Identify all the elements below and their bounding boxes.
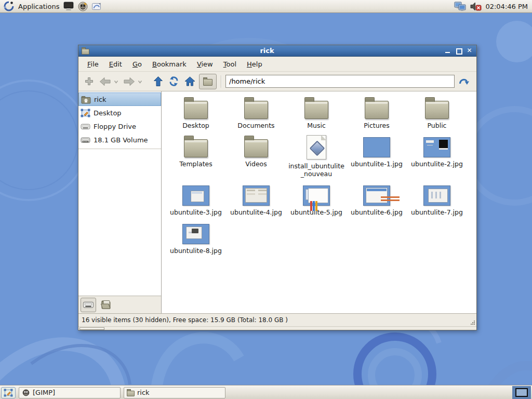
titlebar[interactable]: rick ✕ [78, 45, 476, 57]
file-item-ubuntulite-4[interactable]: ubuntulite-4.jpg [227, 182, 285, 217]
folder-icon [127, 391, 135, 396]
menu-file-rest: ile [91, 60, 99, 68]
menu-view-mnemonic: V [197, 60, 202, 68]
file-item-ubuntulite-5[interactable]: ubuntulite-5.jpg [287, 182, 345, 217]
maximize-button[interactable] [456, 48, 461, 54]
home-folder-icon [81, 95, 91, 104]
file-item-videos[interactable]: Videos [227, 134, 285, 168]
show-desktop-button[interactable] [1, 387, 16, 398]
forward-history-chevron-icon[interactable] [138, 77, 142, 85]
network-tray-icon[interactable] [454, 2, 467, 11]
address-bar-input[interactable] [225, 75, 455, 88]
image-thumbnail-icon [243, 185, 270, 206]
file-item-ubuntulite-2[interactable]: ubuntulite-2.jpg [408, 134, 466, 168]
forward-button[interactable] [122, 74, 137, 89]
folder-icon [203, 79, 212, 86]
task-button-gimp[interactable]: [GIMP] [19, 387, 121, 398]
file-label: ubuntulite-3.jpg [170, 208, 222, 217]
desktop-entry-icon [307, 135, 326, 159]
new-tab-button[interactable] [83, 74, 96, 89]
desktop-icon [4, 389, 13, 397]
file-item-desktop[interactable]: Desktop [167, 96, 225, 130]
top-panel: Applications [0, 0, 532, 13]
file-label: ubuntulite-5.jpg [290, 208, 342, 217]
file-item-ubuntulite-3[interactable]: ubuntulite-3.jpg [167, 182, 225, 217]
workspace-cell[interactable] [515, 388, 528, 397]
menu-bookmark[interactable]: Bookmark [148, 58, 191, 70]
sidebar-item-volume[interactable]: 18.1 GB Volume [78, 133, 161, 147]
sidebar-separator [78, 149, 161, 149]
folder-icon [184, 139, 208, 157]
up-button[interactable] [152, 74, 165, 89]
resize-grip[interactable] [470, 320, 475, 325]
display-launcher-icon[interactable] [63, 1, 74, 12]
menu-edit[interactable]: Edit [104, 58, 127, 70]
applications-menu[interactable]: Applications [17, 3, 60, 10]
file-item-music[interactable]: Music [287, 96, 345, 130]
image-thumbnail-icon [363, 137, 390, 157]
file-manager-window: rick ✕ File Edit Go Bookmark View Tool H… [78, 45, 477, 330]
image-thumbnail-icon [303, 185, 330, 206]
directory-tree-pane-button[interactable] [98, 298, 114, 312]
image-thumbnail-icon [182, 185, 209, 206]
image-thumbnail-icon [182, 224, 209, 244]
volume-muted-icon[interactable] [470, 2, 482, 11]
side-pane-toggle-button[interactable] [199, 74, 217, 89]
folder-icon [244, 101, 268, 119]
back-button[interactable] [98, 74, 113, 89]
menu-edit-rest: dit [113, 60, 122, 68]
minimize-button[interactable] [445, 48, 450, 54]
sidebar-item-floppy[interactable]: Floppy Drive [78, 119, 161, 133]
menubar: File Edit Go Bookmark View Tool Help [78, 57, 476, 72]
file-label: Public [428, 122, 447, 130]
menu-tool-rest: ool [226, 60, 236, 68]
file-item-ubuntulite-7[interactable]: ubuntulite-7.jpg [408, 182, 466, 217]
file-label: Desktop [182, 122, 209, 130]
image-editor-launcher-icon[interactable] [91, 1, 102, 12]
file-label: ubuntulite-8.jpg [170, 247, 222, 255]
status-text: 16 visible items (30 hidden), Free space… [82, 316, 288, 324]
distro-logo-icon[interactable] [3, 1, 15, 12]
menu-tool[interactable]: Tool [219, 58, 241, 70]
menu-go[interactable]: Go [128, 58, 147, 70]
menu-view[interactable]: View [192, 58, 218, 70]
back-history-chevron-icon[interactable] [114, 77, 118, 85]
horizontal-scrollbar[interactable] [78, 326, 476, 330]
file-item-templates[interactable]: Templates [167, 134, 225, 168]
scrollbar-thumb[interactable] [79, 327, 104, 330]
side-pane: rick Desktop [78, 91, 162, 313]
refresh-button[interactable] [167, 74, 181, 89]
sidebar-item-desktop[interactable]: Desktop [78, 106, 161, 119]
file-item-install-ubuntulite[interactable]: install_ubuntulite_nouveau [287, 134, 345, 178]
clock[interactable]: 02:04:46 PM [485, 3, 529, 10]
sidebar-item-label: Floppy Drive [94, 123, 136, 130]
file-item-ubuntulite-1[interactable]: ubuntulite-1.jpg [348, 134, 406, 168]
close-button[interactable]: ✕ [467, 48, 472, 54]
folder-icon [425, 101, 449, 119]
floppy-drive-icon [81, 123, 90, 130]
file-view[interactable]: Desktop Documents Music Pictures Public [162, 91, 476, 313]
file-item-public[interactable]: Public [408, 96, 466, 130]
gimp-icon [22, 389, 30, 396]
menu-file[interactable]: File [83, 58, 103, 70]
workspace-pager[interactable] [512, 386, 531, 399]
toolbar [78, 72, 476, 91]
gimp-launcher-icon[interactable] [77, 1, 88, 12]
hard-drive-icon [81, 136, 90, 144]
folder-icon [365, 101, 389, 119]
task-button-rick[interactable]: rick [124, 387, 225, 398]
file-item-documents[interactable]: Documents [227, 96, 285, 130]
file-label: ubuntulite-4.jpg [230, 208, 282, 217]
file-item-pictures[interactable]: Pictures [348, 96, 406, 130]
sidebar-item-home[interactable]: rick [78, 92, 161, 106]
places-pane-button[interactable] [81, 298, 96, 312]
menu-bookmark-mnemonic: B [152, 60, 157, 68]
go-button[interactable] [457, 74, 472, 89]
folder-icon [184, 101, 208, 119]
home-button[interactable] [183, 74, 197, 89]
file-item-ubuntulite-8[interactable]: ubuntulite-8.jpg [167, 221, 225, 255]
file-item-ubuntulite-6[interactable]: ubuntulite-6.jpg [348, 182, 406, 217]
menu-bookmark-rest: ookmark [157, 60, 187, 68]
menu-help[interactable]: Help [242, 58, 267, 70]
side-pane-switcher [78, 296, 161, 313]
